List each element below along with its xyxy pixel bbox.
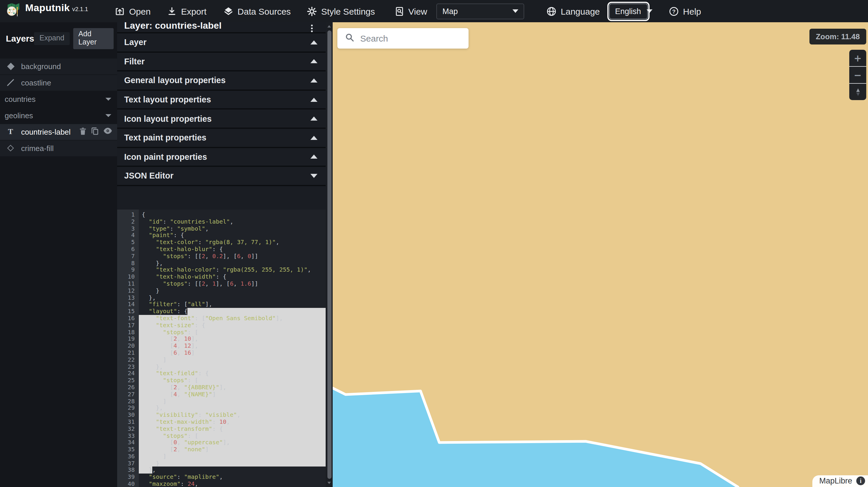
language-label: Language	[561, 6, 600, 16]
chevron-down-icon	[513, 9, 519, 13]
layer-item-crimea-fill[interactable]: crimea-fill	[0, 140, 117, 156]
view-label: View	[408, 6, 427, 16]
section-label: Text layout properties	[124, 95, 211, 104]
expand-icon	[310, 40, 317, 44]
maputnik-logo-icon	[6, 2, 21, 20]
layer-group-countries[interactable]: countries	[0, 91, 117, 107]
code-line: "text-transform": {	[139, 425, 326, 432]
scrollbar-down-arrow-icon[interactable]	[328, 482, 331, 484]
code-line: [6, 16]	[139, 350, 326, 356]
style-settings-menu-item[interactable]: Style Settings	[307, 6, 375, 16]
code-line: "text-halo-blur": {	[139, 246, 326, 253]
section-label: General layout properties	[124, 76, 225, 85]
info-icon[interactable]: i	[856, 476, 865, 485]
layer-group-geolines[interactable]: geolines	[0, 107, 117, 123]
open-menu-item[interactable]: Open	[115, 6, 151, 16]
panel-scrollbar[interactable]	[326, 22, 333, 487]
expand-icon	[310, 155, 317, 159]
map-attribution: MapLibre i	[812, 475, 868, 487]
code-line: "stops": [[2, 1], [6, 1.6]]	[139, 280, 326, 287]
expand-button[interactable]: Expand	[34, 32, 70, 45]
code-line: [4, 12],	[139, 343, 326, 350]
layer-item-label: coastline	[21, 78, 113, 87]
layer-item-countries-label[interactable]: Tcountries-label	[0, 124, 117, 140]
section-label: Text paint properties	[124, 133, 207, 142]
map-navigation-controls: + −	[849, 50, 866, 100]
expand-icon	[310, 136, 317, 140]
visibility-icon[interactable]	[103, 127, 113, 136]
layer-editor-title: Layer: countries-label	[124, 22, 222, 31]
open-icon	[115, 6, 125, 16]
code-line: "text-halo-width": {	[139, 273, 326, 280]
chevron-down-icon	[105, 114, 111, 117]
scrollbar-thumb[interactable]	[327, 30, 331, 479]
toolbar-menu: OpenExportData SourcesStyle Settings	[115, 6, 375, 16]
maputnik-app: Maputnik v2.1.1 OpenExportData SourcesSt…	[0, 0, 868, 487]
code-line: "maxzoom": 24,	[139, 481, 326, 487]
delete-icon[interactable]	[79, 127, 87, 137]
code-line: [4, "{NAME}"]	[139, 391, 326, 398]
code-line: "stops": [	[139, 432, 326, 439]
text-icon: T	[6, 127, 15, 136]
expand-icon	[310, 97, 317, 102]
property-sections: LayerFilterGeneral layout propertiesText…	[117, 33, 326, 186]
section-general-layout-properties[interactable]: General layout properties	[117, 71, 326, 91]
section-text-paint-properties[interactable]: Text paint properties	[117, 129, 326, 148]
data-sources-menu-item[interactable]: Data Sources	[223, 6, 291, 16]
section-icon-layout-properties[interactable]: Icon layout properties	[117, 110, 326, 129]
section-filter[interactable]: Filter	[117, 53, 326, 71]
section-label: Icon layout properties	[124, 114, 212, 123]
code-line: "id": "countries-label",	[139, 218, 326, 225]
code-line: "text-font": ["Open Sans Semibold"],	[139, 315, 326, 322]
code-line: "text-color": "rgba(8, 37, 77, 1)",	[139, 239, 326, 246]
export-menu-item[interactable]: Export	[167, 6, 207, 16]
duplicate-icon[interactable]	[91, 127, 99, 137]
add-layer-button[interactable]: Add Layer	[73, 28, 114, 49]
section-text-layout-properties[interactable]: Text layout properties	[117, 91, 326, 110]
help-icon: ?	[669, 6, 679, 16]
view-select[interactable]: Map	[437, 3, 525, 19]
attribution-link[interactable]: MapLibre	[819, 476, 852, 485]
expand-icon	[310, 117, 317, 121]
menu-item-label: Data Sources	[238, 6, 291, 16]
zoom-level-indicator: Zoom: 11.48	[809, 29, 866, 44]
code-line: "stops": [	[139, 329, 326, 336]
code-line: },	[139, 363, 326, 370]
layers-panel: Layers Expand Add Layer backgroundcoastl…	[0, 22, 117, 487]
compass-button[interactable]	[849, 83, 866, 100]
chevron-down-icon	[647, 9, 653, 13]
language-select[interactable]: English	[609, 3, 648, 19]
collapse-icon	[310, 174, 317, 178]
section-json-editor[interactable]: JSON Editor	[117, 167, 326, 186]
json-editor[interactable]: 1234567891011121314151617181920212223242…	[117, 209, 326, 487]
zoom-in-button[interactable]: +	[849, 50, 866, 66]
scrollbar-up-arrow-icon[interactable]	[328, 25, 331, 28]
code-line: [2, "none"]	[139, 446, 326, 453]
layer-item-coastline[interactable]: coastline	[0, 75, 117, 91]
line-icon	[6, 78, 15, 87]
menu-item-label: Open	[129, 6, 151, 16]
language-control: Language English	[547, 3, 648, 19]
zoom-out-button[interactable]: −	[849, 66, 866, 83]
code-line: [2, 10],	[139, 336, 326, 343]
help-menu-item[interactable]: ? Help	[669, 6, 701, 16]
layer-item-label: background	[21, 62, 113, 70]
water-polygon	[333, 388, 738, 487]
data-sources-icon	[223, 6, 234, 16]
map-canvas[interactable]: Zoom: 11.48 + − MapLibre i	[333, 22, 868, 487]
section-layer[interactable]: Layer	[117, 33, 326, 53]
menu-item-label: Export	[181, 6, 207, 16]
code-line: "filter": ["all"],	[139, 301, 326, 308]
diamond-outline-icon	[6, 146, 15, 151]
kebab-menu-icon[interactable]	[311, 25, 313, 32]
search-input[interactable]	[359, 33, 459, 44]
code-line: "text-field": {	[139, 370, 326, 377]
app-name: Maputnik	[25, 2, 70, 14]
section-icon-paint-properties[interactable]: Icon paint properties	[117, 148, 326, 167]
layer-item-background[interactable]: background	[0, 58, 117, 74]
code-line: },	[139, 294, 326, 301]
section-label: Filter	[124, 57, 145, 66]
code-line: },	[139, 467, 326, 474]
code-line: "source": "maplibre",	[139, 474, 326, 481]
code-line: "paint": {	[139, 232, 326, 239]
